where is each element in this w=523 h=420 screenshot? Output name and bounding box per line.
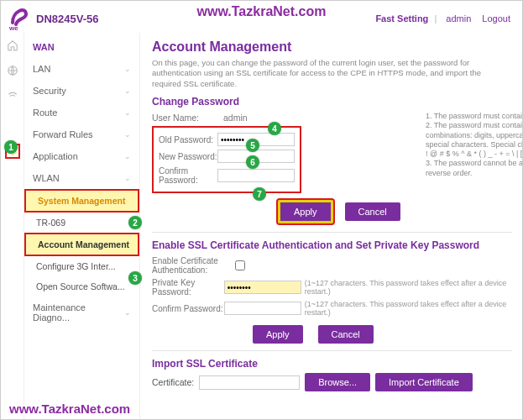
icon-rail [1,33,24,419]
ssl-cancel-button[interactable]: Cancel [318,325,374,344]
chevron-down-icon: ⌄ [124,108,131,117]
password-fields-box: Old Password: New Password: Confirm Pass… [152,126,301,193]
sidebar: WAN LAN⌄ Security⌄ Route⌄ Forward Rules⌄… [24,33,140,419]
section-ssl-auth: Enable SSL Certificate Authentication an… [152,239,512,251]
wifi-icon[interactable] [5,88,20,103]
admin-label[interactable]: admin [446,13,471,24]
nav-configure-3g[interactable]: Configure 3G Inter... [24,256,139,276]
header-right: Fast Setting | admin Logout [372,13,510,24]
we-logo-icon: we [9,6,31,31]
nav-account-management[interactable]: Account Management [24,233,139,256]
divider [152,350,512,351]
confirm-password-label: Confirm Password: [159,166,217,185]
nav-forward-rules[interactable]: Forward Rules⌄ [24,123,139,145]
old-password-label: Old Password: [159,135,217,144]
nav-wlan[interactable]: WLAN⌄ [24,167,139,189]
home-icon[interactable] [5,38,20,53]
private-key-input[interactable] [224,281,301,294]
chevron-down-icon: ⌄ [124,65,131,73]
content-area: Account Management On this page, you can… [140,33,522,419]
nav-system-management[interactable]: System Management [24,189,139,213]
confirm-password-input[interactable] [217,169,295,182]
ssl-apply-button[interactable]: Apply [253,325,303,344]
page-title: Account Management [152,39,512,55]
username-label: User Name: [152,113,223,123]
logout-link[interactable]: Logout [482,13,510,24]
chevron-down-icon: ⌄ [124,130,131,139]
svg-text:we: we [9,24,18,31]
section-import-ssl: Import SSL Certificate [152,358,512,370]
globe-icon[interactable] [5,63,20,78]
ssl-confirm-input[interactable] [224,302,301,315]
apply-button[interactable]: Apply [278,200,333,223]
enable-cert-label: Enable Certificate Authentication: [152,256,232,275]
old-password-input[interactable] [217,133,295,146]
certificate-input[interactable] [199,375,300,390]
chevron-down-icon: ⌄ [124,152,131,160]
browse-button[interactable]: Browse... [305,373,370,391]
nav-tr069[interactable]: TR-069 [24,213,139,233]
nav-open-source[interactable]: Open Source Softwa... [24,276,139,297]
new-password-label: New Password: [159,152,217,161]
nav-lan[interactable]: LAN⌄ [24,58,139,80]
separator: | [434,13,437,24]
chevron-down-icon: ⌄ [124,174,131,182]
nav-maintenance[interactable]: Maintenance Diagno...⌄ [24,297,139,328]
nav-route[interactable]: Route⌄ [24,102,139,123]
settings-icon[interactable] [5,144,20,159]
private-key-hint: (1~127 characters. This password takes e… [305,279,512,296]
header-bar: we DN8245V-56 Fast Setting | admin Logou… [1,1,522,33]
svg-point-2 [11,150,13,153]
cancel-button[interactable]: Cancel [345,202,400,221]
import-cert-button[interactable]: Import Certificate [375,373,473,391]
divider [152,232,512,233]
private-key-label: Private Key Password: [152,278,224,297]
username-value: admin [223,113,248,123]
chevron-down-icon: ⌄ [124,87,131,95]
nav-security[interactable]: Security⌄ [24,80,139,102]
certificate-label: Certificate: [152,377,194,387]
ssl-confirm-hint: (1~127 characters. This password takes e… [305,300,512,317]
nav-wan[interactable]: WAN [24,36,139,58]
fast-setting-link[interactable]: Fast Setting [375,13,428,24]
page-description: On this page, you can change the passwor… [152,58,512,89]
device-model: DN8245V-56 [36,13,98,25]
enable-cert-checkbox[interactable] [235,260,245,270]
ssl-confirm-label: Confirm Password: [152,304,224,313]
chevron-down-icon: ⌄ [124,308,131,317]
password-rules: 1. The password must contain at least 6 … [426,112,522,178]
section-change-password: Change Password [152,96,512,108]
new-password-input[interactable] [217,150,295,163]
nav-application[interactable]: Application⌄ [24,145,139,167]
